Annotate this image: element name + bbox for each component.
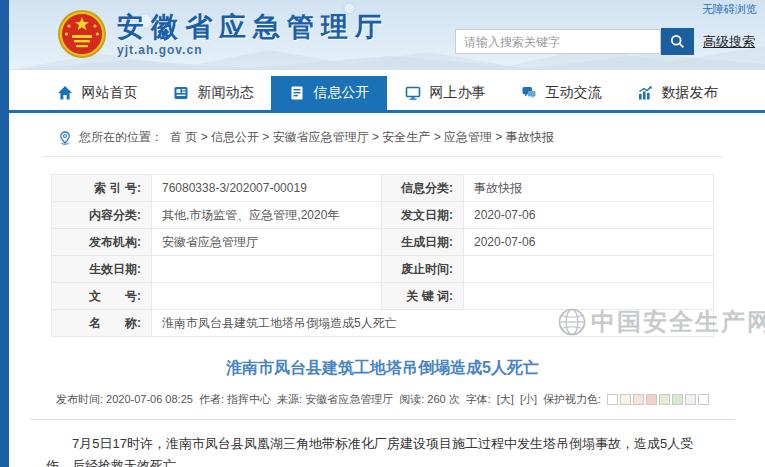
nav-item-online-services[interactable]: 网上办事	[387, 76, 503, 110]
nav-item-news[interactable]: 新闻动态	[155, 76, 271, 110]
index-number-value: 76080338-3/202007-00019	[152, 175, 382, 202]
monitor-icon	[405, 85, 421, 101]
home-icon	[57, 85, 73, 101]
font-large-button[interactable]: [大]	[497, 392, 514, 407]
table-row: 内容分类: 其他,市场监管、应急管理,2020年 发文日期: 2020-07-0…	[52, 202, 714, 229]
abolish-date-value	[464, 256, 714, 283]
nav-label: 互动交流	[546, 84, 602, 102]
national-emblem-logo	[57, 9, 107, 59]
site-identity: 安徽省应急管理厅 yjt.ah.gov.cn	[117, 12, 389, 57]
abolish-date-label: 废止时间:	[382, 256, 464, 283]
article-body: 7月5日17时许，淮南市凤台县凤凰湖三角地带标准化厂房建设项目施工过程中发生塔吊…	[42, 433, 723, 467]
eye-protect-swatch[interactable]	[698, 394, 709, 405]
article-title: 淮南市凤台县建筑工地塔吊倒塌造成5人死亡	[42, 358, 723, 379]
generate-date-label: 生成日期:	[382, 229, 464, 256]
view-count: 阅读: 260 次	[399, 392, 460, 407]
index-number-label: 索 引 号:	[52, 175, 152, 202]
search-input[interactable]	[455, 29, 661, 54]
content-area: 您所在的位置：首 页 > 信息公开 > 安徽省应急管理厅 > 安全生产 > 应急…	[42, 116, 723, 467]
nav-label: 网上办事	[430, 84, 486, 102]
main-nav: 网站首页 新闻动态 信息公开 网上办事 互动交流	[9, 76, 765, 113]
effective-date-label: 生效日期:	[52, 256, 152, 283]
search-button[interactable]	[661, 28, 694, 55]
keywords-value	[464, 283, 714, 310]
left-edge-strip	[0, 0, 9, 467]
eye-protect-swatch[interactable]	[646, 394, 657, 405]
eye-protect-swatch[interactable]	[620, 394, 631, 405]
site-title: 安徽省应急管理厅	[117, 12, 389, 42]
eye-protect-label: 保护视力色:	[543, 392, 601, 407]
source: 来源: 安徽省应急管理厅	[277, 392, 393, 407]
table-row: 索 引 号: 76080338-3/202007-00019 信息分类: 事故快…	[52, 175, 714, 202]
author: 作者: 指挥中心	[199, 392, 271, 407]
info-table: 索 引 号: 76080338-3/202007-00019 信息分类: 事故快…	[51, 174, 714, 337]
name-label: 名 称:	[52, 310, 152, 337]
table-row: 发布机构: 安徽省应急管理厅 生成日期: 2020-07-06	[52, 229, 714, 256]
search-bar: 高级搜索	[455, 28, 755, 55]
keywords-label: 关 键 词:	[382, 283, 464, 310]
content-category-label: 内容分类:	[52, 202, 152, 229]
eye-protect-swatch[interactable]	[685, 394, 696, 405]
site-header: 无障碍浏览 安徽省应急管理厅 yjt.ah.gov.cn	[9, 0, 765, 70]
effective-date-value	[152, 256, 382, 283]
table-row: 文 号: 关 键 词:	[52, 283, 714, 310]
info-category-value: 事故快报	[464, 175, 714, 202]
nav-item-interaction[interactable]: 互动交流	[503, 76, 619, 110]
accessibility-link[interactable]: 无障碍浏览	[702, 2, 757, 17]
eye-protect-swatch[interactable]	[672, 394, 683, 405]
document-icon	[289, 85, 305, 101]
breadcrumb: 您所在的位置：首 页 > 信息公开 > 安徽省应急管理厅 > 安全生产 > 应急…	[42, 116, 723, 157]
nav-label: 数据发布	[662, 84, 718, 102]
doc-number-value	[152, 283, 382, 310]
location-pin-icon	[58, 131, 72, 145]
table-row: 生效日期: 废止时间:	[52, 256, 714, 283]
nav-item-data-release[interactable]: 数据发布	[619, 76, 735, 110]
news-icon	[173, 85, 189, 101]
publish-time: 发布时间: 2020-07-06 08:25	[56, 392, 193, 407]
publisher-value: 安徽省应急管理厅	[152, 229, 382, 256]
name-value: 淮南市凤台县建筑工地塔吊倒塌造成5人死亡	[152, 310, 714, 337]
content-divider	[30, 419, 735, 420]
nav-label: 网站首页	[82, 84, 138, 102]
page: 无障碍浏览 安徽省应急管理厅 yjt.ah.gov.cn	[0, 0, 765, 467]
font-small-button[interactable]: [小]	[520, 392, 537, 407]
generate-date-value: 2020-07-06	[464, 229, 714, 256]
nav-item-home[interactable]: 网站首页	[39, 76, 155, 110]
font-size-label: 字体:	[466, 392, 491, 407]
eye-protect-swatch[interactable]	[659, 394, 670, 405]
content-category-value: 其他,市场监管、应急管理,2020年	[152, 202, 382, 229]
issue-date-label: 发文日期:	[382, 202, 464, 229]
site-url: yjt.ah.gov.cn	[117, 43, 389, 57]
doc-number-label: 文 号:	[52, 283, 152, 310]
nav-label: 新闻动态	[198, 84, 254, 102]
eye-protect-swatches	[607, 394, 709, 405]
eye-protect-swatch[interactable]	[633, 394, 644, 405]
search-icon	[670, 34, 685, 49]
breadcrumb-path[interactable]: 首 页 > 信息公开 > 安徽省应急管理厅 > 安全生产 > 应急管理 > 事故…	[170, 129, 554, 146]
article-meta: 发布时间: 2020-07-06 08:25 作者: 指挥中心 来源: 安徽省应…	[42, 392, 723, 407]
breadcrumb-label: 您所在的位置：	[79, 129, 163, 146]
chat-icon	[521, 85, 537, 101]
nav-item-info-disclosure[interactable]: 信息公开	[271, 76, 387, 110]
chart-icon	[637, 85, 653, 101]
info-category-label: 信息分类:	[382, 175, 464, 202]
nav-label: 信息公开	[314, 84, 370, 102]
eye-protect-swatch[interactable]	[607, 394, 618, 405]
issue-date-value: 2020-07-06	[464, 202, 714, 229]
table-row: 名 称: 淮南市凤台县建筑工地塔吊倒塌造成5人死亡	[52, 310, 714, 337]
publisher-label: 发布机构:	[52, 229, 152, 256]
advanced-search-link[interactable]: 高级搜索	[703, 33, 755, 51]
